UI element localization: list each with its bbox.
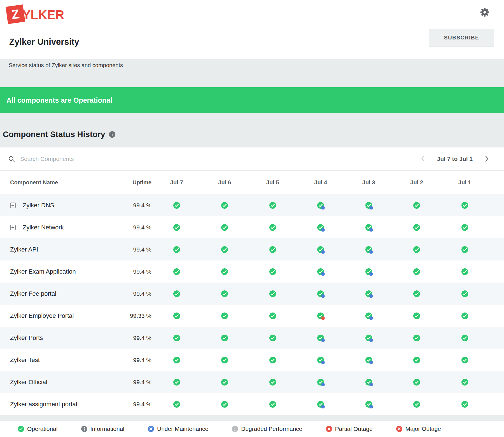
status-icon-operational[interactable] [461,357,468,363]
status-icon-operational-maintenance[interactable] [365,335,372,341]
settings-gear-button[interactable] [480,8,489,17]
status-icon-operational-maintenance[interactable] [317,224,324,231]
status-icon-operational[interactable] [413,401,420,408]
status-icon-operational-maintenance[interactable] [365,268,372,275]
status-icon-operational[interactable] [269,246,276,253]
status-icon-operational[interactable] [413,246,420,253]
search-components-input[interactable] [20,152,272,165]
status-icon-operational[interactable] [461,268,468,275]
day-status-cell [153,202,201,209]
subscribe-button[interactable]: SUBSCRIBE [429,29,494,47]
status-icon-operational[interactable] [413,268,420,275]
status-icon-operational-maintenance[interactable] [365,379,372,386]
status-icon-operational[interactable] [461,379,468,386]
status-icon-operational[interactable] [461,335,468,341]
status-icon-operational[interactable] [221,379,228,386]
day-status-cell [441,268,489,275]
status-icon-operational[interactable] [461,313,468,319]
status-icon-operational[interactable] [221,224,228,231]
status-icon-operational[interactable] [221,335,228,341]
status-icon-operational-maintenance[interactable] [317,268,324,275]
maintenance-dot [321,294,325,298]
status-icon-operational-maintenance[interactable] [317,290,324,297]
legend-label: Operational [27,426,58,432]
day-status-cell [441,357,489,363]
component-name-cell: Zylker assignment portal [10,401,112,408]
status-icon-operational[interactable] [221,313,228,319]
status-icon-operational[interactable] [269,224,276,231]
day-status-cell [249,246,297,253]
info-icon[interactable] [109,131,115,138]
status-icon-operational[interactable] [221,401,228,408]
day-status-cell [441,335,489,341]
previous-range-button[interactable] [421,156,425,163]
status-icon-operational[interactable] [173,401,180,408]
status-icon-operational[interactable] [461,224,468,231]
status-icon-operational-maintenance[interactable] [365,290,372,297]
status-icon-operational[interactable] [221,268,228,275]
status-icon-operational[interactable] [221,202,228,209]
maintenance-dot [369,339,373,342]
day-status-cell [393,290,441,297]
status-icon-operational-maintenance[interactable] [365,224,372,231]
status-icon-operational[interactable] [413,335,420,341]
status-icon-operational[interactable] [413,313,420,319]
status-icon-operational-maintenance[interactable] [365,246,372,253]
component-name-cell: Zylker DNS [10,202,112,209]
status-icon-operational[interactable] [413,290,420,297]
status-icon-operational[interactable] [173,290,180,297]
status-icon-operational-maintenance[interactable] [317,401,324,408]
zylker-logo[interactable]: Z YLKER [7,4,64,23]
status-icon-operational[interactable] [413,202,420,209]
status-icon-operational-maintenance[interactable] [317,246,324,253]
status-icon-operational[interactable] [221,246,228,253]
status-icon-operational[interactable] [269,379,276,386]
status-icon-operational-maintenance[interactable] [365,202,372,209]
status-icon-operational[interactable] [413,224,420,231]
status-icon-operational[interactable] [173,268,180,275]
status-icon-operational[interactable] [269,335,276,341]
expand-toggle-icon[interactable] [10,225,16,230]
status-icon-operational-outage[interactable] [317,313,324,319]
status-icon-operational-maintenance[interactable] [317,357,324,363]
day-status-cell [153,335,201,341]
status-icon-operational[interactable] [269,290,276,297]
table-row: Zylker Official99.4 % [0,371,504,393]
uptime-value: 99.4 % [112,224,153,231]
status-icon-operational[interactable] [173,379,180,386]
status-icon-operational[interactable] [269,313,276,319]
maintenance-dot [321,206,325,210]
status-icon-operational[interactable] [461,401,468,408]
status-icon-operational[interactable] [461,202,468,209]
status-icon-operational[interactable] [269,268,276,275]
status-icon-operational[interactable] [221,290,228,297]
status-icon-operational[interactable] [269,357,276,363]
status-icon-operational-maintenance[interactable] [317,379,324,386]
status-icon-operational[interactable] [173,202,180,209]
status-icon-operational[interactable] [173,246,180,253]
status-icon-operational[interactable] [173,313,180,319]
status-icon-operational[interactable] [461,290,468,297]
status-icon-operational-maintenance[interactable] [365,401,372,408]
day-status-cell [441,401,489,408]
status-icon-operational[interactable] [413,379,420,386]
status-icon-operational[interactable] [173,335,180,341]
legend-label: Informational [90,426,124,432]
status-icon-operational[interactable] [413,357,420,363]
status-icon-operational-maintenance[interactable] [317,335,324,341]
day-status-cell [393,224,441,231]
component-name: Zylker Exam Application [10,268,76,275]
status-icon-operational[interactable] [269,401,276,408]
status-icon-operational[interactable] [269,202,276,209]
status-icon-operational-maintenance[interactable] [317,202,324,209]
component-name-cell: Zylker Official [10,379,112,386]
status-icon-operational[interactable] [173,224,180,231]
status-icon-operational[interactable] [221,357,228,363]
next-range-button[interactable] [485,156,489,163]
uptime-value: 99.33 % [112,313,153,319]
status-icon-operational-maintenance[interactable] [365,357,372,363]
status-icon-operational-maintenance[interactable] [365,313,372,319]
expand-toggle-icon[interactable] [10,203,16,208]
status-icon-operational[interactable] [461,246,468,253]
status-icon-operational[interactable] [173,357,180,363]
